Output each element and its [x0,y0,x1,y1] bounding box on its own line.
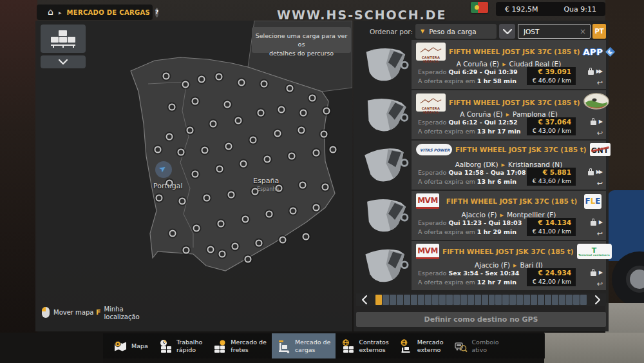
page-segment[interactable] [453,295,460,305]
search-box[interactable]: × [518,24,591,39]
page-segment[interactable] [509,295,516,305]
city-dot[interactable] [183,247,190,254]
cargo-offer-row[interactable]: MVM FIFTH WHEEL JOST JSK 37C (185 t) FLE… [356,191,606,240]
page-segment[interactable] [439,295,446,305]
page-segment[interactable] [502,295,509,305]
page-segment-active[interactable] [375,295,382,305]
city-dot[interactable] [219,251,226,258]
city-dot[interactable] [287,85,294,92]
nav-mercado-externo[interactable]: Mercadoexterno [394,333,449,358]
cargo-offer-row[interactable]: VITAS POWER FIFTH WHEEL JOST JSK 37C (18… [356,141,606,190]
city-dot[interactable] [266,211,273,218]
page-segment[interactable] [489,295,495,305]
page-segment[interactable] [495,295,502,305]
page-segment[interactable] [531,295,537,305]
page-segment[interactable] [552,295,558,305]
city-dot[interactable] [290,208,297,215]
city-dot[interactable] [245,256,252,263]
nav-trabalho-rapido[interactable]: Trabalhorápido [153,333,207,358]
page-segment[interactable] [468,295,474,305]
page-segment[interactable] [390,295,396,305]
nav-mercado-de-cargas[interactable]: Mercado decargas [272,333,336,358]
sort-expand-button[interactable] [499,24,515,39]
city-dot[interactable] [289,153,296,160]
page-segment[interactable] [432,295,439,305]
city-dot[interactable] [210,121,217,128]
city-dot[interactable] [202,147,209,154]
city-dot[interactable] [279,237,287,244]
city-dot[interactable] [321,131,328,138]
city-dot[interactable] [178,149,185,156]
city-dot[interactable] [169,230,176,237]
city-dot[interactable] [250,137,257,144]
city-dot[interactable] [298,127,305,134]
page-segment[interactable] [524,295,530,305]
city-dot[interactable] [155,146,162,153]
search-input[interactable] [522,27,580,36]
city-dot[interactable] [240,161,247,168]
language-button[interactable]: PT [592,24,606,39]
page-segment[interactable] [397,295,403,305]
cargo-offer-row[interactable]: MVM FIFTH WHEEL JOST JSK 37C (185 t) T T… [356,241,606,290]
nav-mapa[interactable]: Mapa [108,333,153,358]
city-dot[interactable] [228,191,235,199]
page-segment[interactable] [404,295,410,305]
city-dot[interactable] [313,204,320,211]
city-dot[interactable] [309,95,316,102]
city-dot[interactable] [187,127,194,134]
city-dot[interactable] [274,130,281,137]
page-segment[interactable] [545,295,551,305]
city-dot[interactable] [264,156,271,163]
city-dot[interactable] [303,233,310,240]
page-segment[interactable] [580,295,587,305]
city-dot[interactable] [169,104,176,111]
city-dot[interactable] [156,195,163,202]
city-dot[interactable] [323,108,330,115]
page-segment[interactable] [446,295,453,305]
city-dot[interactable] [256,240,263,247]
page-segment[interactable] [475,295,481,305]
city-dot[interactable] [216,74,223,81]
city-dot[interactable] [299,182,307,189]
city-dot[interactable] [182,81,189,88]
page-segment[interactable] [383,295,389,305]
page-segment[interactable] [538,295,544,305]
page-segment[interactable] [482,295,488,305]
city-dot[interactable] [224,101,231,108]
collapse-button[interactable] [41,55,86,68]
page-segment[interactable] [559,295,565,305]
city-dot[interactable] [322,184,329,191]
help-icon[interactable]: ? [155,8,158,17]
city-dot[interactable] [163,73,170,80]
page-right-button[interactable] [589,293,606,306]
city-dot[interactable] [198,76,205,83]
city-dot[interactable] [207,246,214,253]
page-segment[interactable] [516,295,523,305]
page-segment[interactable] [566,295,573,305]
city-dot[interactable] [330,146,337,153]
city-dot[interactable] [204,195,211,202]
nav-contratos-externos[interactable]: Contratosexternos [336,333,393,358]
page-segment[interactable] [460,295,467,305]
city-dot[interactable] [216,166,223,173]
home-icon[interactable]: ⌂ [48,7,53,16]
city-dot[interactable] [166,133,173,141]
city-dot[interactable] [300,110,307,117]
city-dot[interactable] [258,110,265,117]
clear-search-icon[interactable]: × [580,27,586,36]
city-dot[interactable] [235,117,242,124]
page-segment[interactable] [411,295,417,305]
sort-dropdown[interactable]: ▼ Peso da carga [415,24,497,39]
city-dot[interactable] [238,79,245,86]
city-dot[interactable] [261,81,268,88]
city-dot[interactable] [232,243,239,250]
cargo-list-toggle-button[interactable] [41,25,86,53]
city-dot[interactable] [179,198,186,205]
page-segment[interactable] [418,295,424,305]
city-dot[interactable] [225,143,232,150]
page-segment[interactable] [573,295,580,305]
cargo-offer-row[interactable]: CANTERA IBÉRICA FIFTH WHEEL JOST JSK 37C… [356,40,606,89]
nav-mercado-de-fretes[interactable]: Mercado defretes [207,333,272,358]
city-dot[interactable] [193,225,200,232]
cargo-offer-row[interactable]: CANTERA IBÉRICA FIFTH WHEEL JOST JSK 37C… [356,90,606,139]
